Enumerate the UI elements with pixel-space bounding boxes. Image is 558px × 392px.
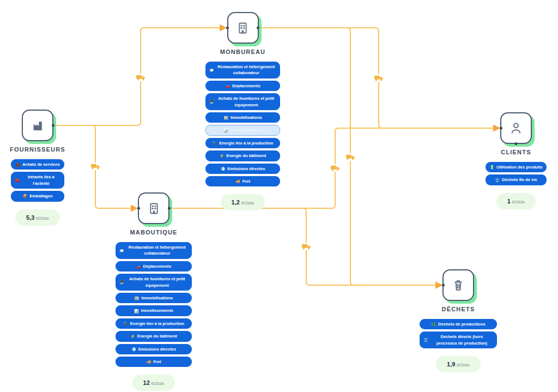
node-title: MONBUREAU — [220, 49, 266, 55]
category-chip-label: Déplacements — [232, 83, 260, 89]
node-box[interactable] — [22, 110, 53, 141]
category-chip[interactable]: 📊Investissements — [116, 305, 192, 316]
node-icon — [235, 21, 250, 35]
building-assets-icon: 🏢 — [223, 116, 228, 119]
office-supplies-icon: 🖥️ — [209, 100, 214, 104]
category-chip-label: Déchets directs (hors processus de produ… — [430, 334, 493, 346]
port-left[interactable] — [226, 27, 229, 29]
port-bottom[interactable] — [515, 142, 518, 145]
category-chip[interactable]: ⚡Energie du bâtiment — [116, 331, 192, 341]
person-icon — [508, 120, 524, 136]
node-box[interactable] — [442, 269, 474, 301]
category-chip-label: Fret — [153, 359, 161, 365]
category-chip[interactable]: 🔌Energie liée à la production — [116, 318, 192, 329]
car-icon: 🚗 — [136, 264, 141, 268]
category-chip-label: Utilisation des produits — [496, 164, 542, 170]
category-chip-label: Déchets fin de vie — [502, 177, 537, 183]
lightning-icon: ⚡ — [220, 154, 225, 158]
category-list: 🍽️Restauration et hébergement collaborat… — [205, 62, 280, 186]
category-chip-label: Intrants liés à l'activité — [22, 174, 60, 186]
category-chip[interactable]: 🚚Fret — [116, 357, 192, 367]
port-right[interactable] — [257, 27, 259, 29]
category-chip[interactable]: ⚡Energie du bâtiment — [205, 150, 280, 161]
category-chip[interactable]: 🔌Energie liée à la production — [205, 138, 280, 148]
category-chip-label: Déchets de productions — [438, 321, 486, 327]
category-chip[interactable]: 🏢Immobilisations — [205, 112, 280, 123]
chart-icon: 📊 — [134, 309, 139, 313]
category-list: ♻️Déchets de productions🗑️Déchets direct… — [420, 319, 497, 348]
port-right[interactable] — [168, 207, 171, 210]
total-unit: tCO2e — [512, 200, 525, 204]
category-list: 🔋Utilisation des produits🗑️Déchets fin d… — [486, 162, 547, 185]
plug-icon: 🔌 — [123, 322, 128, 325]
category-chip[interactable]: 🍽️Restauration et hébergement collaborat… — [116, 242, 192, 259]
restaurant-icon: 🍽️ — [209, 68, 214, 72]
category-chip-label: Emissions directes — [227, 166, 265, 172]
category-list: 🍽️Restauration et hébergement collaborat… — [116, 242, 192, 367]
total-emissions-badge: 1,2tCO2e — [221, 194, 265, 210]
smoke-icon: 💨 — [221, 167, 226, 171]
recycle-icon: ♻️ — [431, 322, 436, 326]
category-chip-label: Energie liée à la production — [130, 321, 184, 327]
category-chip[interactable]: 📊Investissements — [205, 125, 280, 135]
node-box[interactable] — [227, 12, 259, 44]
category-chip[interactable]: 💼Achats de services — [11, 159, 64, 170]
category-chip[interactable]: 💨Emissions directes — [116, 344, 192, 354]
category-chip[interactable]: 💨Emissions directes — [205, 164, 280, 174]
node-icon — [147, 201, 161, 216]
total-emissions-badge: 1tCO2e — [496, 193, 536, 209]
battery-icon: 🔋 — [489, 165, 494, 169]
category-chip-label: Energie liée à la production — [219, 140, 273, 146]
total-unit: tCO2e — [457, 363, 470, 367]
node-title: CLIENTS — [501, 149, 531, 155]
category-chip[interactable]: 🔋Utilisation des produits — [486, 162, 547, 172]
building-icon — [235, 21, 250, 35]
category-chip-label: Immobilisations — [141, 295, 173, 301]
briefcase-icon: 💼 — [15, 162, 20, 166]
node-icon — [451, 278, 466, 293]
total-value: 1,9 — [447, 361, 455, 367]
category-chip-label: Déplacements — [143, 263, 172, 269]
category-chip[interactable]: 🏢Immobilisations — [116, 293, 192, 303]
category-chip[interactable]: 🚚Fret — [205, 176, 280, 186]
category-chip[interactable]: 🚗Déplacements — [205, 81, 280, 91]
node-box[interactable] — [500, 112, 532, 144]
toolbox-icon: 🧰 — [15, 178, 20, 182]
port-left[interactable] — [500, 127, 502, 130]
port-right[interactable] — [52, 124, 54, 127]
total-unit: tCO2e — [151, 381, 165, 386]
total-value: 1,2 — [232, 199, 240, 206]
category-chip[interactable]: 🗑️Déchets directs (hors processus de pro… — [420, 331, 497, 348]
package-icon: 📦 — [23, 194, 28, 198]
node-box[interactable] — [138, 192, 169, 224]
trash-icon: 🗑️ — [423, 338, 428, 342]
total-value: 12 — [143, 379, 150, 386]
total-unit: tCO2e — [36, 216, 49, 221]
category-chip-label: Restauration et hébergement collaborateu… — [216, 64, 276, 76]
category-chip-label: Restauration et hébergement collaborateu… — [126, 244, 188, 257]
category-chip-label: Energie du bâtiment — [137, 333, 177, 339]
category-chip-label: Emissions directes — [138, 346, 176, 352]
category-chip[interactable]: 🗑️Déchets fin de vie — [486, 174, 547, 185]
node-title: MABOUTIQUE — [130, 229, 177, 236]
category-chip-label: Immobilisations — [231, 114, 262, 120]
flow-canvas: FOURNISSEURS 💼Achats de services🧰Intrant… — [0, 0, 558, 392]
lightning-icon: ⚡ — [130, 334, 135, 338]
flow-node-clients: CLIENTS 🔋Utilisation des produits🗑️Déche… — [486, 112, 547, 209]
category-chip[interactable]: 🧰Intrants liés à l'activité — [11, 172, 64, 189]
category-chip[interactable]: 🚗Déplacements — [116, 261, 192, 272]
category-chip[interactable]: 🍽️Restauration et hébergement collaborat… — [205, 62, 280, 79]
category-chip-label: Fret — [242, 178, 250, 184]
category-chip[interactable]: 📦Emballages — [11, 191, 64, 201]
category-chip[interactable]: ♻️Déchets de productions — [420, 319, 497, 329]
total-emissions-badge: 12tCO2e — [132, 375, 175, 391]
port-left[interactable] — [442, 284, 445, 287]
node-title: FOURNISSEURS — [10, 146, 65, 153]
category-chip[interactable]: 🖥️Achats de founitures et petit équipeme… — [116, 274, 192, 291]
port-left[interactable] — [137, 207, 140, 210]
category-chip[interactable]: 🖥️Achats de founitures et petit équipeme… — [205, 93, 280, 110]
restaurant-icon: 🍽️ — [119, 249, 124, 252]
building-assets-icon: 🏢 — [135, 296, 140, 300]
flow-node-monbureau: MONBUREAU 🍽️Restauration et hébergement … — [205, 12, 280, 210]
truck-icon: 🚚 — [146, 360, 151, 364]
